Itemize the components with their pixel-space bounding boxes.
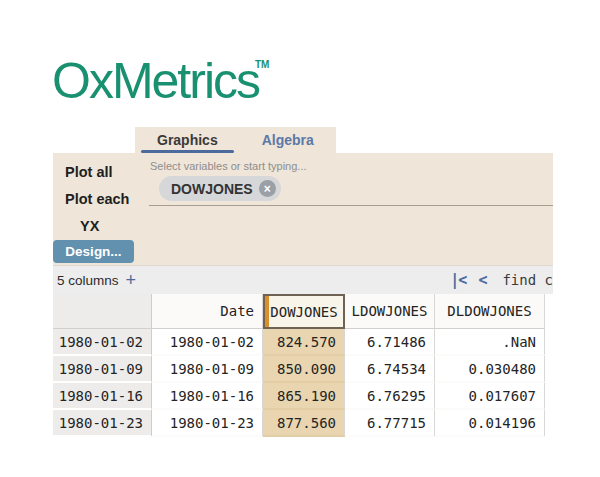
add-column-icon[interactable]: + bbox=[126, 271, 137, 289]
cell-dowjones[interactable]: 850.090 bbox=[263, 356, 345, 383]
cell-date[interactable]: 1980-01-09 bbox=[152, 356, 263, 383]
tab-group: Graphics Algebra bbox=[135, 127, 336, 153]
column-header-dldowjones[interactable]: DLDOWJONES bbox=[435, 294, 545, 329]
trademark-symbol: TM bbox=[255, 59, 269, 70]
data-table: Date DOWJONES LDOWJONES DLDOWJONES 1980-… bbox=[53, 294, 545, 437]
column-header-dowjones-selected[interactable]: DOWJONES bbox=[263, 294, 345, 329]
tab-algebra-label: Algebra bbox=[262, 132, 314, 148]
cell-ldowjones[interactable]: 6.74534 bbox=[345, 356, 435, 383]
yx-option[interactable]: YX bbox=[53, 213, 148, 240]
table-row: 1980-01-23 1980-01-23 877.560 6.77715 0.… bbox=[53, 410, 545, 437]
plot-each-option[interactable]: Plot each bbox=[53, 186, 148, 213]
cell-dowjones[interactable]: 877.560 bbox=[263, 410, 345, 437]
table-row: 1980-01-16 1980-01-16 865.190 6.76295 0.… bbox=[53, 383, 545, 410]
variable-selector[interactable]: Select variables or start typing... DOWJ… bbox=[148, 153, 553, 265]
columns-toolbar: 5 columns + |< < find c bbox=[53, 265, 553, 294]
workspace: Graphics Algebra Plot all Plot each YX D… bbox=[53, 127, 553, 437]
tab-bar: Graphics Algebra bbox=[53, 127, 553, 153]
app-logo-text: OxMetrics bbox=[52, 53, 259, 109]
plot-options-panel: Plot all Plot each YX Design... Select v… bbox=[53, 153, 553, 265]
row-label[interactable]: 1980-01-16 bbox=[53, 383, 152, 410]
design-button[interactable]: Design... bbox=[53, 240, 134, 263]
row-label[interactable]: 1980-01-02 bbox=[53, 329, 152, 356]
cell-dldowjones[interactable]: 0.017607 bbox=[435, 383, 545, 410]
variable-input-underline bbox=[149, 205, 553, 206]
remove-variable-icon[interactable]: × bbox=[259, 180, 276, 197]
cell-dowjones[interactable]: 865.190 bbox=[263, 383, 345, 410]
cell-date[interactable]: 1980-01-16 bbox=[152, 383, 263, 410]
cell-dowjones[interactable]: 824.570 bbox=[263, 329, 345, 356]
selected-variables-row: DOWJONES × bbox=[159, 176, 553, 201]
row-label[interactable]: 1980-01-23 bbox=[53, 410, 152, 437]
variable-chip-label: DOWJONES bbox=[171, 181, 253, 197]
row-label-header[interactable] bbox=[53, 294, 152, 329]
tab-graphics-label: Graphics bbox=[157, 132, 218, 148]
cell-ldowjones[interactable]: 6.77715 bbox=[345, 410, 435, 437]
column-header-date[interactable]: Date bbox=[152, 294, 263, 329]
first-page-icon[interactable]: |< bbox=[450, 271, 466, 289]
tab-algebra[interactable]: Algebra bbox=[240, 127, 336, 153]
column-header-ldowjones[interactable]: LDOWJONES bbox=[345, 294, 435, 329]
table-nav: |< < find c bbox=[450, 271, 553, 289]
cell-dldowjones[interactable]: 0.014196 bbox=[435, 410, 545, 437]
cell-date[interactable]: 1980-01-23 bbox=[152, 410, 263, 437]
row-label[interactable]: 1980-01-09 bbox=[53, 356, 152, 383]
cell-dldowjones[interactable]: .NaN bbox=[435, 329, 545, 356]
table-row: 1980-01-02 1980-01-02 824.570 6.71486 .N… bbox=[53, 329, 545, 356]
find-command[interactable]: find c bbox=[502, 272, 553, 288]
cell-ldowjones[interactable]: 6.76295 bbox=[345, 383, 435, 410]
variables-placeholder: Select variables or start typing... bbox=[150, 160, 553, 172]
cell-date[interactable]: 1980-01-02 bbox=[152, 329, 263, 356]
tab-graphics[interactable]: Graphics bbox=[135, 127, 240, 153]
cell-ldowjones[interactable]: 6.71486 bbox=[345, 329, 435, 356]
variable-chip[interactable]: DOWJONES × bbox=[159, 176, 281, 201]
table-row: 1980-01-09 1980-01-09 850.090 6.74534 0.… bbox=[53, 356, 545, 383]
prev-page-icon[interactable]: < bbox=[478, 271, 486, 289]
table-header-row: Date DOWJONES LDOWJONES DLDOWJONES bbox=[53, 294, 545, 329]
plot-mode-list: Plot all Plot each YX Design... bbox=[53, 153, 148, 265]
plot-all-option[interactable]: Plot all bbox=[53, 159, 148, 186]
columns-count-label: 5 columns bbox=[57, 273, 119, 288]
app-logo: OxMetricsTM bbox=[52, 52, 273, 110]
cell-dldowjones[interactable]: 0.030480 bbox=[435, 356, 545, 383]
